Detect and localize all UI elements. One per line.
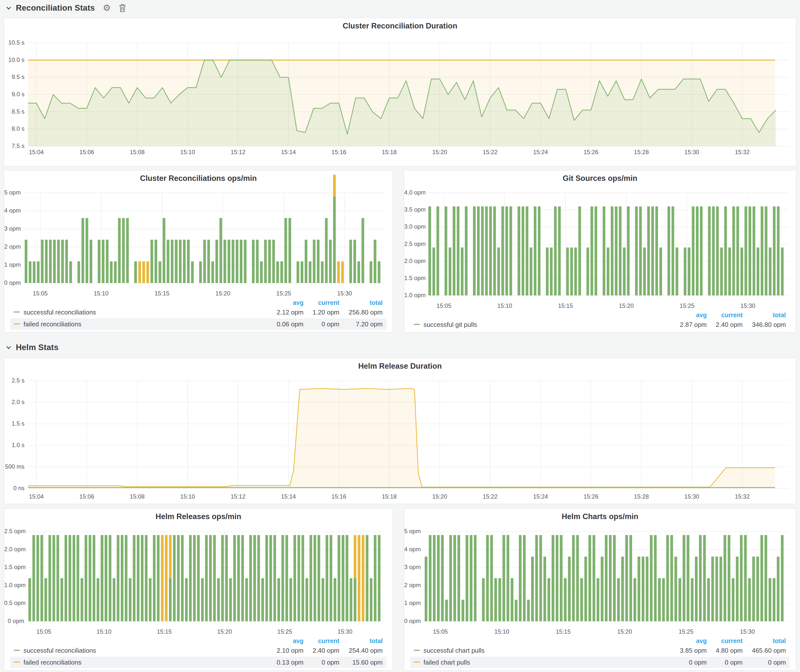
y-axis-tick-label: 0 ns (4, 485, 24, 492)
panel-helm-release-duration: Helm Release Duration 2.5 s2.0 s1.5 s1.0… (4, 358, 796, 504)
y-axis-tick-label: 1 opm (404, 600, 421, 606)
y-axis-tick-label: 1.0 opm (4, 582, 24, 589)
legend-series-label[interactable]: failed reconciliations (24, 320, 82, 328)
legend-col-total[interactable]: total (773, 312, 786, 319)
x-axis-tick-label: 15:10 (497, 302, 512, 309)
chevron-down-icon[interactable] (5, 344, 12, 351)
plot-canvas (4, 170, 393, 333)
section-header-reconciliation-stats: Reconciliation Stats ⚙ (5, 2, 126, 14)
x-axis-tick-label: 15:12 (230, 493, 245, 500)
x-axis-tick-label: 15:22 (483, 149, 498, 156)
legend-series-label[interactable]: failed chart pulls (424, 659, 470, 666)
y-axis-tick-label: 2.0 s (4, 398, 24, 406)
x-axis-tick-label: 15:15 (558, 302, 573, 309)
x-axis-tick-label: 15:24 (533, 493, 548, 500)
panel-cluster-reconciliations-opm: Cluster Reconciliations ops/min 5 opm4 o… (4, 170, 393, 332)
x-axis-tick-label: 15:16 (331, 493, 346, 500)
y-axis-tick-label: 3 opm (4, 225, 21, 232)
legend-series-label[interactable]: failed reconciliations (24, 659, 82, 666)
y-axis-tick-label: 2.5 opm (404, 240, 424, 247)
y-axis-tick-label: 2.0 opm (404, 258, 424, 264)
y-axis-tick-label: 0.5 opm (4, 600, 24, 606)
section-title[interactable]: Helm Stats (16, 343, 59, 352)
legend-series-dash (414, 662, 420, 662)
section-title[interactable]: Reconciliation Stats (16, 3, 95, 13)
y-axis-tick-label: 2.5 opm (4, 528, 24, 535)
x-axis-tick-label: 15:25 (680, 302, 694, 309)
legend-series-dash (14, 662, 20, 662)
y-axis-tick-label: 1.5 opm (404, 275, 424, 282)
legend-stat-avg: 3.85 opm (680, 647, 707, 654)
x-axis-tick-label: 15:16 (331, 149, 346, 156)
legend-col-total[interactable]: total (773, 637, 786, 645)
legend-series-label[interactable]: successful chart pulls (424, 647, 485, 654)
chart-helm-releases-opm[interactable]: 2.5 opm2.0 opm1.5 opm1.0 opm0.5 opm0 opm… (4, 509, 393, 670)
gear-icon[interactable]: ⚙ (102, 3, 110, 12)
bar-series-0 (425, 535, 784, 622)
legend-series-label[interactable]: successful reconciliations (24, 309, 96, 316)
x-axis-tick-label: 15:20 (617, 628, 632, 635)
trash-icon[interactable] (119, 3, 126, 12)
legend-stat-total: 256.80 opm (349, 309, 383, 316)
chart-cluster-reconciliation-duration[interactable]: 10.5 s10.0 s9.5 s9.0 s8.5 s8.0 s7.5 s15:… (4, 18, 796, 166)
x-axis-tick-label: 15:28 (634, 149, 649, 156)
x-axis-tick-label: 15:30 (741, 302, 755, 309)
x-axis-tick-label: 15:28 (634, 493, 649, 500)
legend-series-label[interactable]: successful reconciliations (24, 647, 96, 654)
legend-stat-total: 254.40 opm (349, 647, 383, 654)
legend-stat-current: 0 opm (725, 659, 742, 666)
chevron-down-icon[interactable] (5, 4, 12, 12)
y-axis-tick-label: 9.5 s (4, 74, 24, 80)
grafana-dashboard: { "sections": [ { "title": "Reconciliati… (0, 0, 800, 672)
x-axis-tick-label: 15:08 (130, 149, 145, 156)
x-axis-tick-label: 15:04 (29, 149, 44, 156)
panel-helm-releases-opm: Helm Releases ops/min 2.5 opm2.0 opm1.5 … (4, 509, 393, 670)
legend-stat-total: 0 opm (768, 659, 786, 666)
panel-cluster-reconciliation-duration: Cluster Reconciliation Duration 10.5 s10… (4, 18, 796, 166)
x-axis-tick-label: 15:25 (277, 628, 292, 635)
panel-helm-charts-opm: Helm Charts ops/min 5 opm4 opm3 opm2 opm… (404, 509, 796, 670)
y-axis-tick-label: 10.5 s (4, 39, 24, 46)
x-axis-tick-label: 15:30 (337, 290, 352, 297)
x-axis-tick-label: 15:24 (533, 149, 548, 156)
x-axis-tick-label: 15:08 (130, 493, 145, 500)
x-axis-tick-label: 15:05 (433, 628, 448, 635)
legend-series-dash (14, 312, 20, 312)
chart-git-sources-opm[interactable]: 4.0 opm3.5 opm3.0 opm2.5 opm2.0 opm1.5 o… (404, 170, 796, 332)
x-axis-tick-label: 15:30 (685, 149, 699, 156)
chart-helm-release-duration[interactable]: 2.5 s2.0 s1.5 s1.0 s500 ms0 ns15:0415:06… (4, 358, 796, 504)
x-axis-tick-label: 15:05 (436, 302, 451, 309)
x-axis-tick-label: 15:10 (180, 493, 195, 500)
y-axis-tick-label: 2.5 s (4, 377, 24, 384)
y-axis-tick-label: 8.0 s (4, 125, 24, 132)
x-axis-tick-label: 15:25 (678, 628, 693, 635)
legend-col-current[interactable]: current (318, 637, 339, 645)
chart-helm-charts-opm[interactable]: 5 opm4 opm3 opm2 opm1 opm0 opm15:0515:10… (404, 509, 796, 670)
legend-stat-current: 0 opm (322, 320, 339, 328)
legend-col-current[interactable]: current (318, 299, 339, 306)
x-axis-tick-label: 15:06 (79, 149, 94, 156)
legend-series-label[interactable]: successful git pulls (424, 321, 477, 329)
legend-col-avg[interactable]: avg (696, 637, 707, 645)
y-axis-tick-label: 1.5 s (4, 420, 24, 427)
legend-col-avg[interactable]: avg (293, 637, 304, 645)
x-axis-tick-label: 15:10 (94, 290, 109, 297)
x-axis-tick-label: 15:26 (584, 149, 598, 156)
legend-col-avg[interactable]: avg (696, 312, 707, 319)
chart-cluster-reconciliations-opm[interactable]: 5 opm4 opm3 opm2 opm1 opm0 opm15:0515:10… (4, 170, 393, 332)
legend-col-total[interactable]: total (370, 299, 383, 306)
x-axis-tick-label: 15:15 (157, 628, 172, 635)
section-header-helm-stats: Helm Stats (5, 341, 59, 354)
legend-col-current[interactable]: current (722, 312, 742, 319)
legend-stat-current: 2.40 opm (313, 647, 339, 654)
legend-col-total[interactable]: total (370, 637, 383, 645)
legend-col-avg[interactable]: avg (293, 299, 304, 306)
plot-canvas (404, 170, 796, 333)
x-axis-tick-label: 15:10 (180, 149, 195, 156)
legend-col-current[interactable]: current (722, 637, 742, 645)
legend-series-dash (414, 650, 420, 651)
y-axis-tick-label: 1.0 s (4, 442, 24, 449)
x-axis-tick-label: 15:10 (96, 628, 111, 635)
legend-stat-avg: 2.87 opm (680, 321, 707, 329)
x-axis-tick-label: 15:26 (584, 493, 598, 500)
